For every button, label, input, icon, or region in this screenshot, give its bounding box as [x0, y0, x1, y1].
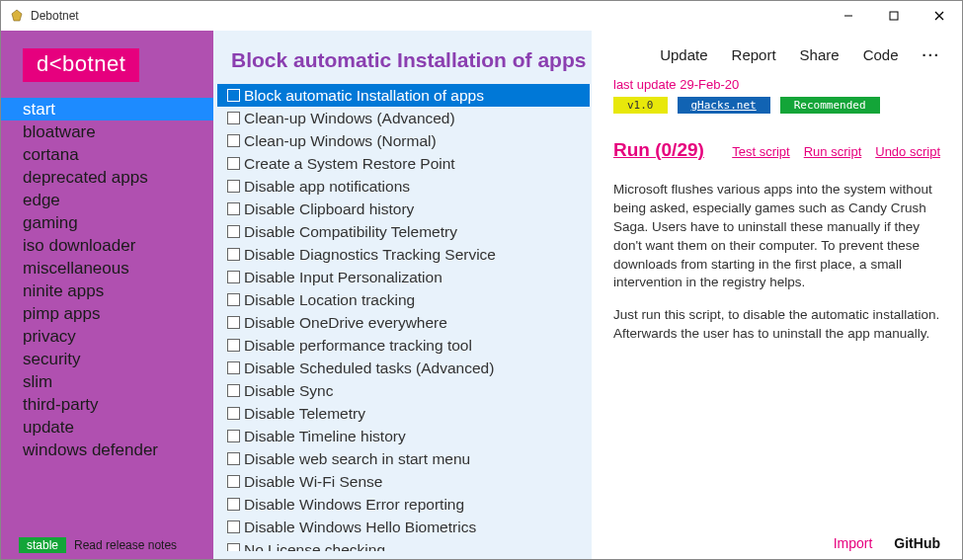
run-button[interactable]: Run (0/29): [613, 139, 704, 161]
list-item-label: Block automatic Installation of apps: [244, 87, 484, 105]
github-link[interactable]: GitHub: [894, 535, 940, 551]
list-item[interactable]: Clean-up Windows (Normal): [217, 129, 590, 152]
checkbox-icon[interactable]: [227, 202, 240, 215]
list-item-label: No License checking: [244, 541, 385, 552]
checkbox-icon[interactable]: [227, 112, 240, 124]
top-links: Update Report Share Code ···: [613, 46, 940, 63]
checkbox-icon[interactable]: [227, 180, 240, 193]
maximize-button[interactable]: [871, 1, 917, 31]
list-item-label: Disable Telemetry: [244, 405, 365, 423]
sidebar-footer: stable Read release notes: [1, 537, 213, 553]
sidebar-item-windows-defender[interactable]: windows defender: [1, 439, 213, 461]
list-item-label: Disable Timeline history: [244, 428, 406, 445]
list-item[interactable]: Disable Telemetry: [217, 402, 590, 425]
list-item-label: Disable Wi-Fi Sense: [244, 473, 382, 491]
window-title: Debotnet: [31, 9, 79, 23]
list-item[interactable]: Disable performance tracking tool: [217, 334, 590, 357]
checkbox-icon[interactable]: [227, 407, 240, 420]
sidebar-item-pimp-apps[interactable]: pimp apps: [1, 302, 213, 325]
list-item[interactable]: Create a System Restore Point: [217, 152, 590, 175]
checkbox-icon[interactable]: [227, 293, 240, 306]
minimize-button[interactable]: [826, 1, 871, 31]
list-item[interactable]: Disable Windows Hello Biometrics: [217, 516, 590, 538]
sidebar-item-start[interactable]: start: [1, 98, 213, 120]
checkbox-icon[interactable]: [227, 452, 240, 465]
list-item[interactable]: Disable Location tracking: [217, 288, 590, 311]
undo-script-link[interactable]: Undo script: [875, 144, 940, 159]
sidebar-item-privacy[interactable]: privacy: [1, 325, 213, 348]
checkbox-icon[interactable]: [227, 475, 240, 488]
description: Microsoft flushes various apps into the …: [613, 181, 940, 358]
app-window: Debotnet d<botnet startbloatwarecortanad…: [0, 0, 963, 560]
release-notes-link[interactable]: Read release notes: [74, 538, 177, 552]
list-item[interactable]: Clean-up Windows (Advanced): [217, 107, 590, 129]
checkbox-icon[interactable]: [227, 498, 240, 511]
checkbox-icon[interactable]: [227, 225, 240, 238]
checkbox-icon[interactable]: [227, 134, 240, 147]
checkbox-icon[interactable]: [227, 316, 240, 329]
close-button[interactable]: [917, 1, 962, 31]
list-item-label: Clean-up Windows (Advanced): [244, 110, 455, 127]
test-script-link[interactable]: Test script: [732, 144, 790, 159]
sidebar-item-security[interactable]: security: [1, 348, 213, 370]
list-item[interactable]: Disable Diagnostics Tracking Service: [217, 243, 590, 266]
list-item-label: Disable Sync: [244, 382, 333, 400]
list-item[interactable]: Disable Wi-Fi Sense: [217, 470, 590, 493]
report-link[interactable]: Report: [732, 46, 776, 63]
checkbox-icon[interactable]: [227, 520, 240, 533]
checkbox-icon[interactable]: [227, 384, 240, 397]
list-item[interactable]: No License checking: [217, 538, 590, 551]
sidebar: d<botnet startbloatwarecortanadeprecated…: [1, 31, 213, 559]
description-p2: Just run this script, to disable the aut…: [613, 306, 940, 344]
sidebar-item-cortana[interactable]: cortana: [1, 143, 213, 166]
run-script-link[interactable]: Run script: [804, 144, 862, 159]
checkbox-icon[interactable]: [227, 430, 240, 442]
stable-badge: stable: [19, 537, 66, 553]
import-link[interactable]: Import: [834, 535, 873, 551]
source-badge[interactable]: gHacks.net: [678, 97, 770, 114]
version-badge: v1.0: [613, 97, 668, 114]
list-item-label: Create a System Restore Point: [244, 155, 455, 173]
sidebar-item-gaming[interactable]: gaming: [1, 211, 213, 234]
list-item[interactable]: Disable Clipboard history: [217, 198, 590, 220]
list-item[interactable]: Disable Compatibility Telemetry: [217, 220, 590, 243]
checkbox-icon[interactable]: [227, 157, 240, 170]
checkbox-icon[interactable]: [227, 339, 240, 352]
list-item[interactable]: Disable OneDrive everywhere: [217, 311, 590, 334]
sidebar-item-miscellaneous[interactable]: miscellaneous: [1, 257, 213, 280]
list-item[interactable]: Disable Timeline history: [217, 425, 590, 447]
list-item-label: Disable Scheduled tasks (Advanced): [244, 360, 494, 377]
sidebar-item-bloatware[interactable]: bloatware: [1, 120, 213, 143]
code-link[interactable]: Code: [863, 46, 899, 63]
checkbox-icon[interactable]: [227, 543, 240, 551]
script-list[interactable]: Block automatic Installation of appsClea…: [217, 84, 592, 551]
sidebar-item-slim[interactable]: slim: [1, 370, 213, 393]
list-item[interactable]: Disable app notifications: [217, 175, 590, 198]
list-item[interactable]: Disable Scheduled tasks (Advanced): [217, 357, 590, 379]
list-item-label: Disable performance tracking tool: [244, 337, 472, 355]
checkbox-icon[interactable]: [227, 271, 240, 283]
checkbox-icon[interactable]: [227, 89, 240, 102]
sidebar-item-update[interactable]: update: [1, 416, 213, 439]
list-item-label: Disable OneDrive everywhere: [244, 314, 447, 332]
share-link[interactable]: Share: [800, 46, 840, 63]
more-menu[interactable]: ···: [922, 46, 940, 63]
list-item[interactable]: Disable Sync: [217, 379, 590, 402]
sidebar-item-iso-downloader[interactable]: iso downloader: [1, 234, 213, 257]
list-item[interactable]: Block automatic Installation of apps: [217, 84, 590, 107]
checkbox-icon[interactable]: [227, 361, 240, 374]
description-p1: Microsoft flushes various apps into the …: [613, 181, 940, 292]
list-item-label: Disable Windows Hello Biometrics: [244, 519, 476, 536]
recommended-badge: Recommended: [780, 97, 880, 114]
list-item[interactable]: Disable Input Personalization: [217, 266, 590, 288]
sidebar-item-edge[interactable]: edge: [1, 189, 213, 211]
last-update: last update 29-Feb-20: [613, 77, 940, 92]
sidebar-item-ninite-apps[interactable]: ninite apps: [1, 280, 213, 302]
sidebar-item-third-party[interactable]: third-party: [1, 393, 213, 416]
checkbox-icon[interactable]: [227, 248, 240, 261]
list-item[interactable]: Disable Windows Error reporting: [217, 493, 590, 516]
list-item[interactable]: Disable web search in start menu: [217, 447, 590, 470]
update-link[interactable]: Update: [660, 46, 707, 63]
list-item-label: Disable Diagnostics Tracking Service: [244, 246, 496, 264]
sidebar-item-deprecated-apps[interactable]: deprecated apps: [1, 166, 213, 189]
